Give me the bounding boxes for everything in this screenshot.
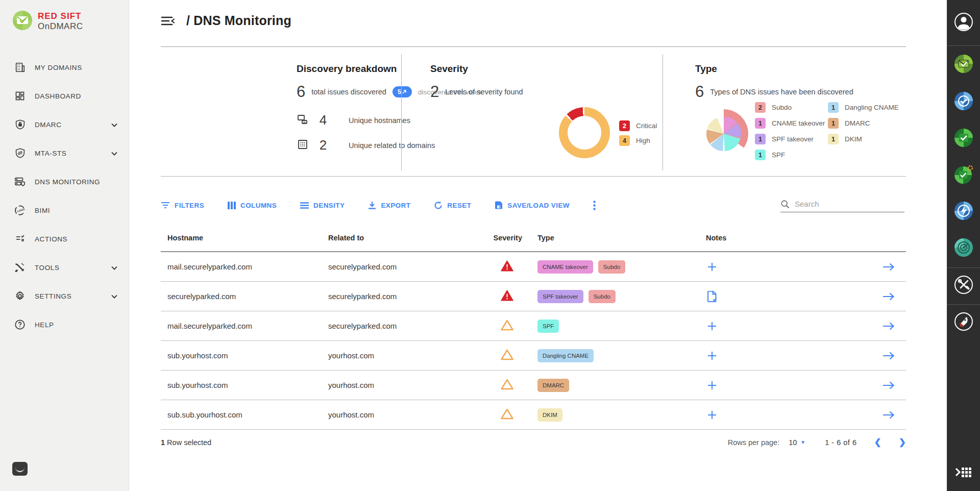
app-blue-check-icon[interactable]	[954, 91, 973, 113]
rows-per-page-caret-icon[interactable]: ▼	[800, 439, 805, 445]
cell-severity	[476, 320, 537, 332]
sidebar-item-actions[interactable]: ACTIONS	[0, 225, 129, 253]
col-related-to[interactable]: Related to	[328, 234, 476, 242]
open-row-button[interactable]	[883, 262, 895, 272]
dns-server-shield-icon	[13, 175, 27, 188]
type-rose-chart	[698, 108, 749, 161]
add-note-button[interactable]	[707, 321, 717, 331]
related-domains-count: 2	[312, 137, 334, 153]
sidebar-label: HELP	[35, 321, 117, 329]
cell-notes	[706, 321, 844, 331]
table-toolbar: FILTERS COLUMNS DENSITY EXPORT RESET SAV…	[161, 196, 906, 214]
chat-widget-button[interactable]	[12, 462, 28, 476]
save-load-view-button[interactable]: SAVE/LOAD VIEW	[495, 201, 570, 209]
table-row[interactable]: mail.securelyparked.com securelyparked.c…	[161, 252, 906, 282]
open-row-button[interactable]	[883, 410, 895, 420]
bimi-logo-icon: LOGO	[13, 204, 27, 217]
open-row-button[interactable]	[883, 322, 895, 331]
table-body: mail.securelyparked.com securelyparked.c…	[161, 252, 906, 430]
density-button[interactable]: DENSITY	[300, 202, 345, 209]
col-severity[interactable]: Severity	[476, 234, 537, 242]
table-row[interactable]: sub.yourhost.com yourhost.com Dangling C…	[161, 341, 906, 371]
reset-button[interactable]: RESET	[434, 201, 471, 210]
legend-label: Dangling CNAME	[845, 104, 899, 111]
rail-rocket-icon[interactable]	[954, 312, 973, 333]
table-row[interactable]: securelyparked.com securelyparked.com SP…	[161, 282, 906, 311]
apps-grid-icon[interactable]	[955, 466, 972, 480]
brand-logo[interactable]: RED SIFT OnDMARC	[0, 0, 129, 33]
cell-severity	[476, 349, 537, 362]
add-note-button[interactable]	[707, 262, 717, 272]
sidebar-item-settings[interactable]: SETTINGS	[0, 282, 129, 310]
add-note-button[interactable]	[707, 380, 717, 390]
sidebar-item-bimi[interactable]: LOGO BIMI	[0, 196, 129, 225]
chevron-down-icon	[111, 120, 117, 129]
pagination-range: 1 - 6 of 6	[825, 438, 856, 447]
sidebar-item-dashboard[interactable]: DASHBOARD	[0, 82, 129, 110]
col-notes[interactable]: Notes	[706, 234, 844, 242]
col-hostname[interactable]: Hostname	[161, 234, 328, 242]
type-legend-item: 1 SPF	[755, 150, 825, 160]
columns-button[interactable]: COLUMNS	[228, 202, 277, 209]
arrow-right-icon	[883, 292, 895, 301]
app-green-check-icon[interactable]	[954, 128, 973, 150]
more-options-button[interactable]	[593, 201, 596, 210]
sidebar-item-my-domains[interactable]: MY DOMAINS	[0, 53, 129, 82]
brand-line1: RED SIFT	[38, 11, 83, 21]
col-type[interactable]: Type	[537, 234, 706, 242]
plus-icon	[707, 262, 717, 272]
app-green-check-dot-icon[interactable]	[953, 164, 974, 187]
type-title: Type	[695, 63, 930, 75]
legend-label: SPF takeover	[772, 135, 814, 143]
sidebar-item-mta-sts[interactable]: MTA-STS	[0, 139, 129, 167]
type-badge: Dangling CNAME	[537, 349, 594, 362]
help-icon	[13, 318, 27, 331]
note-added-button[interactable]	[707, 291, 717, 302]
severity-count: 2	[430, 83, 439, 101]
severity-high-icon	[501, 379, 513, 391]
table-row[interactable]: sub.yourhost.com yourhost.com DMARC	[161, 371, 906, 400]
app-radar-icon[interactable]	[954, 238, 973, 259]
rows-per-page-select[interactable]: 10	[789, 438, 797, 447]
sidebar-item-dmarc[interactable]: DMARC	[0, 110, 129, 139]
open-row-button[interactable]	[883, 292, 895, 301]
app-ondmarc-icon[interactable]	[954, 54, 973, 76]
collapse-menu-icon[interactable]	[161, 16, 175, 26]
total-issues-count: 6	[297, 83, 305, 101]
open-row-button[interactable]	[883, 351, 895, 360]
filters-button[interactable]: FILTERS	[161, 202, 204, 209]
sidebar-item-help[interactable]: HELP	[0, 310, 129, 339]
cell-related: securelyparked.com	[328, 262, 476, 271]
table-row[interactable]: mail.securelyparked.com securelyparked.c…	[161, 311, 906, 341]
legend-count-badge: 2	[755, 102, 766, 113]
legend-label: DKIM	[845, 135, 862, 143]
cell-notes	[706, 262, 844, 272]
sidebar-item-dns-monitoring[interactable]: DNS MONITORING	[0, 167, 129, 196]
next-page-button[interactable]: ❯	[899, 437, 906, 448]
prev-page-button[interactable]: ❮	[874, 437, 881, 448]
add-note-button[interactable]	[707, 351, 717, 361]
cell-notes	[706, 410, 844, 420]
legend-label: Subdo	[772, 104, 792, 111]
cell-hostname: securelyparked.com	[161, 292, 328, 301]
arrow-right-icon	[883, 351, 895, 360]
sidebar-label: BIMI	[35, 207, 117, 214]
brand-line2: OnDMARC	[38, 21, 83, 32]
open-row-button[interactable]	[883, 381, 895, 390]
rail-tools-icon[interactable]	[954, 275, 973, 297]
sidebar-item-tools[interactable]: TOOLS	[0, 253, 129, 282]
redsift-logo-icon	[12, 10, 33, 33]
cell-related: yourhost.com	[328, 381, 476, 389]
cell-severity	[476, 408, 537, 421]
table-row[interactable]: sub.sub.yourhost.com yourhost.com DKIM	[161, 400, 906, 430]
table-header-row: Hostname Related to Severity Type Notes	[161, 225, 906, 251]
account-icon[interactable]	[954, 12, 973, 34]
search-input[interactable]	[795, 200, 892, 208]
app-lightning-icon[interactable]	[954, 201, 973, 223]
export-button[interactable]: EXPORT	[368, 201, 410, 209]
arrow-right-icon	[883, 262, 895, 272]
legend-count-badge: 1	[755, 134, 766, 144]
kebab-menu-icon	[593, 201, 596, 210]
severity-high-icon	[501, 320, 513, 332]
add-note-button[interactable]	[707, 410, 717, 420]
